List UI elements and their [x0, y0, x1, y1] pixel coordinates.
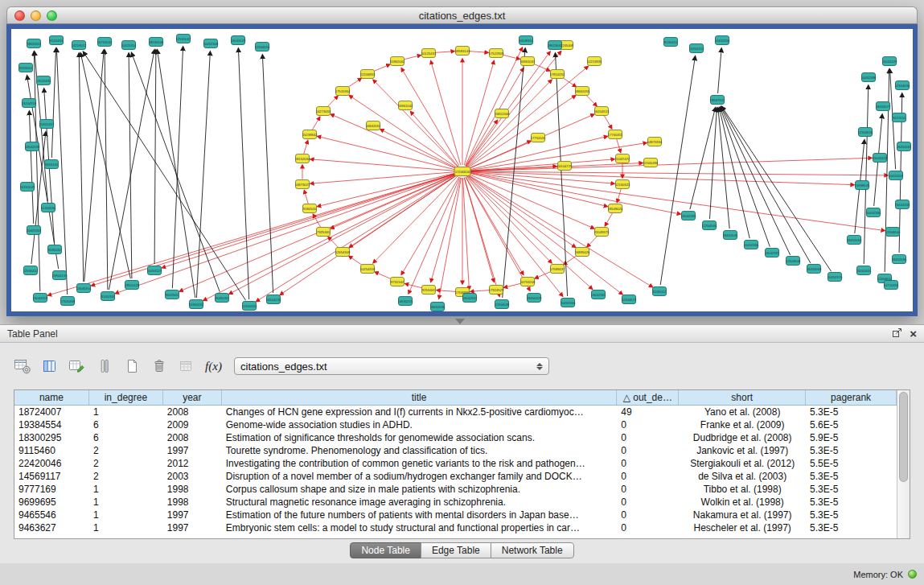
table-row[interactable]: 946362711997Embryonic stem cells: a mode…	[14, 521, 897, 534]
graph-node[interactable]: 15904133	[52, 271, 68, 280]
graph-node[interactable]: 18662455	[575, 87, 590, 96]
graph-node[interactable]: 12304510	[255, 43, 270, 51]
minimize-button[interactable]	[31, 10, 41, 21]
graph-node[interactable]: 11862042	[390, 57, 405, 66]
graph-edge[interactable]	[229, 175, 457, 295]
graph-node[interactable]: 15239842	[302, 130, 318, 139]
graph-node[interactable]: 9624501	[166, 290, 179, 299]
graph-node[interactable]: 15042337	[462, 294, 478, 303]
graph-node[interactable]: 12304626	[858, 128, 873, 137]
graph-node[interactable]: 17589437	[550, 265, 565, 274]
graph-edge[interactable]	[373, 80, 458, 167]
graph-node[interactable]: 17320458	[60, 297, 76, 306]
graph-node[interactable]: 12304644	[885, 228, 901, 237]
splitter-handle[interactable]	[455, 319, 465, 324]
graph-node[interactable]: 19501426	[125, 281, 140, 290]
graph-node[interactable]: 10254318	[360, 265, 376, 274]
graph-node[interactable]: 16504235	[266, 295, 281, 304]
graph-node[interactable]: 9253401	[422, 286, 436, 295]
graph-node[interactable]: 10542038	[25, 142, 40, 151]
graph-node[interactable]: 12304608	[786, 257, 801, 266]
graph-node[interactable]: 16352049	[20, 183, 35, 192]
graph-node[interactable]: 9045231	[216, 294, 229, 303]
table-row[interactable]: 1872400712008Changes of HCN gene express…	[14, 406, 897, 418]
graph-node[interactable]: 17520364	[335, 87, 351, 96]
graph-node[interactable]: 18452059	[807, 265, 822, 274]
graph-node[interactable]: 11850232	[189, 300, 204, 309]
graph-node[interactable]: 10710355	[884, 281, 899, 290]
graph-node[interactable]: 18583143	[455, 47, 470, 56]
graph-node[interactable]: 18530246	[149, 38, 164, 47]
graph-node[interactable]: 15998535	[855, 181, 870, 190]
graph-edge[interactable]	[435, 51, 454, 53]
graph-node[interactable]: 16648301	[519, 36, 534, 45]
graph-node[interactable]: 16895426	[575, 248, 590, 257]
edit-table-icon[interactable]	[66, 356, 88, 377]
graph-edge[interactable]	[349, 256, 363, 266]
graph-node[interactable]: 15042429	[882, 57, 897, 66]
import-table-icon[interactable]	[175, 356, 197, 377]
table-row[interactable]: 946554611997Estimation of the future num…	[14, 509, 897, 521]
graph-edge[interactable]	[719, 108, 749, 239]
graph-edge[interactable]	[439, 178, 462, 299]
graph-node[interactable]: 15204316	[22, 99, 37, 108]
graph-edge[interactable]	[469, 173, 680, 215]
graph-node[interactable]: 10453127	[147, 266, 162, 275]
graph-edge[interactable]	[587, 236, 598, 247]
graph-edge[interactable]	[562, 77, 576, 87]
graph-hub-node[interactable]: 17240616	[454, 167, 470, 176]
scrollbar-thumb[interactable]	[899, 392, 908, 482]
graph-node[interactable]: 18452036	[430, 303, 446, 311]
graph-node[interactable]: 12531047	[176, 35, 191, 43]
graph-node[interactable]: 10425314	[121, 41, 137, 50]
graph-edge[interactable]	[586, 95, 597, 106]
graph-edge[interactable]	[132, 52, 220, 291]
graph-edge[interactable]	[469, 171, 854, 184]
graph-edge[interactable]	[310, 172, 456, 184]
graph-edge[interactable]	[129, 53, 132, 278]
network-canvas[interactable]: 1858314317522909169610311781425218662455…	[11, 29, 913, 311]
column-header-short[interactable]: short	[679, 390, 806, 405]
graph-edge[interactable]	[29, 111, 33, 224]
graph-node[interactable]: 10452350	[561, 299, 576, 307]
graph-node[interactable]: 18452081	[897, 142, 912, 151]
graph-node[interactable]: 10452366	[744, 241, 759, 249]
graph-node[interactable]: 17522909	[489, 49, 504, 58]
tab-network-table[interactable]: Network Table	[491, 542, 574, 558]
graph-node[interactable]: 9245012	[653, 287, 667, 296]
close-panel-icon[interactable]: ×	[910, 328, 917, 340]
graph-edge[interactable]	[533, 64, 550, 71]
column-header-name[interactable]: name	[14, 390, 89, 405]
graph-edge[interactable]	[411, 112, 458, 167]
graph-edge[interactable]	[604, 116, 611, 129]
float-panel-icon[interactable]	[892, 327, 902, 341]
graph-edge[interactable]	[467, 80, 552, 167]
graph-edge[interactable]	[51, 48, 55, 158]
graph-node[interactable]: 18630511	[27, 39, 42, 48]
graph-node[interactable]: 10125431	[421, 49, 437, 58]
graph-node[interactable]: 15042361	[591, 290, 606, 299]
graph-edge[interactable]	[467, 66, 588, 167]
graph-node[interactable]: 22049375	[594, 228, 610, 237]
columns-icon[interactable]	[39, 356, 60, 377]
graph-edge[interactable]	[468, 174, 594, 229]
table-row[interactable]: 1456911722003Disruption of a novel membe…	[14, 470, 897, 483]
graph-edge[interactable]	[605, 213, 612, 226]
graph-node[interactable]: 9184520	[303, 204, 317, 213]
new-table-icon[interactable]	[121, 356, 142, 377]
graph-node[interactable]: 10452370	[827, 273, 843, 282]
graph-edge[interactable]	[347, 78, 361, 88]
graph-edge[interactable]	[238, 48, 248, 299]
graph-edge[interactable]	[375, 272, 392, 279]
graph-edge[interactable]	[469, 171, 888, 175]
graph-node[interactable]: 18452045	[723, 231, 738, 240]
tab-edge-table[interactable]: Edge Table	[421, 542, 491, 558]
graph-node[interactable]: 12450324	[242, 302, 257, 311]
graph-edge[interactable]	[79, 53, 84, 282]
row-selector-icon[interactable]	[93, 356, 115, 377]
graph-node[interactable]: 18549024	[608, 204, 623, 213]
graph-node[interactable]: 17924529	[489, 286, 504, 295]
graph-edge[interactable]	[56, 48, 67, 295]
graph-node[interactable]: 15043129	[231, 36, 246, 45]
graph-edge[interactable]	[257, 175, 458, 301]
